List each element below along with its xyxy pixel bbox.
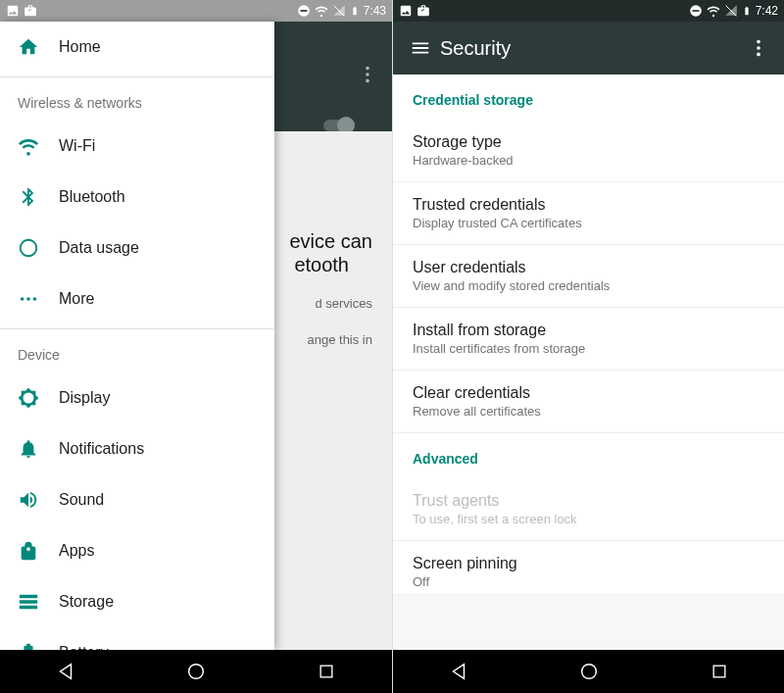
back-icon [55,661,76,682]
drawer-label: Apps [59,542,94,560]
setting-subtitle: View and modify stored credentials [413,278,764,293]
drawer-item-storage[interactable]: Storage [0,576,274,627]
wifi-icon [18,135,39,157]
wifi-icon [315,4,328,18]
drawer-item-wifi[interactable]: Wi-Fi [0,121,274,172]
drawer-item-battery[interactable]: Battery [0,627,274,650]
divider [0,76,274,77]
setting-title: Trust agents [413,492,764,510]
drawer-section-device: Device [0,333,274,372]
signal-off-icon [332,4,346,18]
battery-icon [742,4,752,18]
sound-icon [18,489,39,511]
drawer-label: Bluetooth [59,188,125,206]
setting-screen-pinning[interactable]: Screen pinning Off [393,541,784,593]
nav-bar-left [0,650,392,693]
setting-title: Trusted credentials [413,196,764,214]
drawer-item-apps[interactable]: Apps [0,525,274,576]
settings-drawer: Home Wireless & networks Wi-Fi Bluetooth… [0,22,274,650]
menu-button[interactable] [401,37,440,59]
dnd-icon [689,4,703,18]
setting-subtitle: Display trusted CA certificates [413,216,764,230]
overflow-icon[interactable] [357,64,378,89]
setting-title: Install from storage [413,322,764,339]
setting-title: User credentials [413,259,764,276]
status-bar-right: 7:42 [393,0,784,22]
nav-bar-right [393,650,784,693]
battery-icon [350,4,360,18]
drawer-label: Sound [59,491,104,509]
setting-subtitle: Off [413,574,764,589]
battery-icon [18,642,39,650]
drawer-label: Data usage [59,239,139,257]
setting-storage-type[interactable]: Storage type Hardware-backed [393,120,784,182]
apps-icon [18,540,39,562]
square-icon [317,662,336,681]
section-credential-storage: Credential storage [393,74,784,120]
drawer-item-home[interactable]: Home [0,22,274,73]
setting-subtitle: Install certificates from storage [413,341,764,356]
drawer-label: More [59,290,94,308]
display-icon [18,387,39,409]
drawer-item-bluetooth[interactable]: Bluetooth [0,172,274,223]
home-icon [18,36,39,58]
wifi-icon [707,4,720,18]
phone-right: 7:42 Security Credential storage Storage… [392,0,784,693]
photo-icon [399,4,413,18]
drawer-item-more[interactable]: More [0,273,274,324]
dnd-icon [297,4,311,18]
setting-subtitle: Hardware-backed [413,153,764,168]
security-settings-list: Credential storage Storage type Hardware… [393,74,784,593]
setting-title: Clear credentials [413,384,764,402]
divider [0,328,274,329]
status-time: 7:43 [364,4,386,18]
setting-title: Screen pinning [413,555,764,572]
drawer-item-data-usage[interactable]: Data usage [0,223,274,273]
setting-install-from-storage[interactable]: Install from storage Install certificate… [393,308,784,371]
square-icon [710,662,729,681]
bluetooth-icon [18,186,39,208]
signal-off-icon [724,4,738,18]
setting-user-credentials[interactable]: User credentials View and modify stored … [393,245,784,308]
status-time: 7:42 [756,4,778,18]
circle-icon [185,661,207,682]
phone-left: 7:43 evice can etooth d services ange th… [0,0,392,693]
back-icon [448,661,469,682]
drawer-section-wireless: Wireless & networks [0,81,274,121]
nav-recents[interactable] [302,650,351,693]
status-bar-left: 7:43 [0,0,392,22]
nav-home[interactable] [564,650,613,693]
nav-recents[interactable] [695,650,744,693]
setting-clear-credentials[interactable]: Clear credentials Remove all certificate… [393,371,784,433]
nav-home[interactable] [172,650,220,693]
drawer-item-notifications[interactable]: Notifications [0,423,274,474]
section-advanced: Advanced [393,433,784,478]
drawer-label: Wi-Fi [59,137,95,155]
drawer-label: Storage [59,593,114,611]
circle-icon [578,661,600,682]
drawer-label: Notifications [59,440,144,458]
drawer-label: Display [59,389,110,407]
data-usage-icon [18,237,39,259]
drawer-item-display[interactable]: Display [0,372,274,423]
setting-subtitle: To use, first set a screen lock [413,512,764,526]
more-icon [18,288,39,310]
appbar-title: Security [440,37,741,60]
menu-icon [410,37,431,59]
setting-subtitle: Remove all certificates [413,404,764,419]
more-vert-icon [748,37,769,59]
bag-icon [416,4,430,18]
setting-title: Storage type [413,133,764,151]
nav-back[interactable] [41,650,90,693]
photo-icon [6,4,20,18]
setting-trust-agents: Trust agents To use, first set a screen … [393,478,784,541]
overflow-button[interactable] [741,37,776,59]
drawer-item-sound[interactable]: Sound [0,474,274,525]
setting-trusted-credentials[interactable]: Trusted credentials Display trusted CA c… [393,182,784,245]
storage-icon [18,591,39,613]
bell-icon [18,438,39,460]
security-appbar: Security [393,22,784,74]
nav-back[interactable] [434,650,483,693]
drawer-label: Home [59,38,101,56]
bag-icon [24,4,37,18]
